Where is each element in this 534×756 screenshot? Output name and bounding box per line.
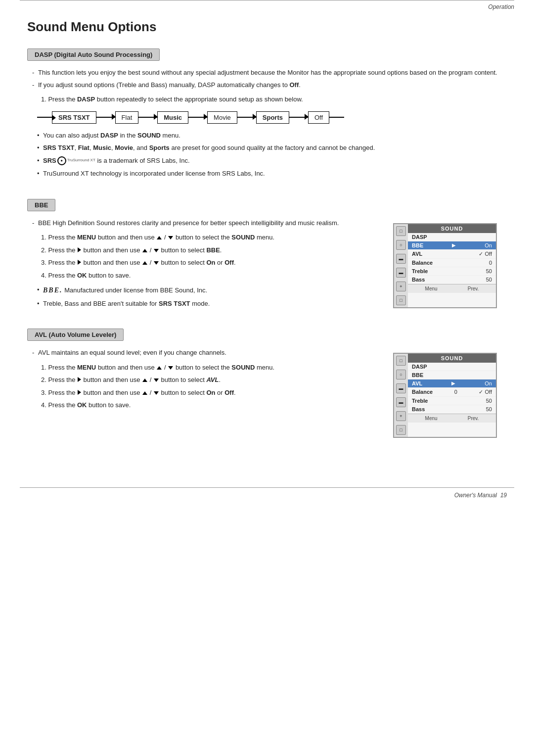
bbe-menu-row-treble: Treble 50 <box>408 267 496 276</box>
avl-menu-row-balance: Balance 0 ✓ Off <box>408 388 496 397</box>
footer-manual-label: Owner's Manual <box>454 492 497 499</box>
flow-connector-5 <box>289 117 308 118</box>
bbe-step-1: 1. Press the MENU button and then use / … <box>32 233 378 242</box>
triangle-right-icon <box>78 247 81 252</box>
bbe-steps: 1. Press the MENU button and then use / … <box>27 233 378 280</box>
page-title: Sound Menu Options <box>27 19 507 35</box>
avl-footer-menu: Menu <box>425 416 438 421</box>
bbe-menu-row-bbe: BBE ▶ On <box>408 241 496 250</box>
bbe-menu-label-bbe: BBE <box>412 242 423 248</box>
bbe-menu-label-avl: AVL <box>412 251 422 257</box>
avl-menu-value-off: ✓ Off <box>479 389 492 395</box>
dasp-step-1: 1. Press the DASP button repeatedly to s… <box>32 94 507 104</box>
tv-icon-4: ▬ <box>396 268 406 278</box>
bbe-menu-title: SOUND <box>408 224 496 233</box>
dasp-section-header: DASP (Digital Auto Sound Processing) <box>27 48 160 61</box>
bbe-menu-label-balance: Balance <box>412 260 433 266</box>
tv-icon-6: □ <box>396 295 406 305</box>
flow-connector-3 <box>188 117 207 118</box>
flow-box-off: Off <box>308 111 329 124</box>
triangle-up-icon <box>157 236 162 239</box>
avl-tri-up-2 <box>142 378 147 382</box>
avl-menu-label-avl: AVL <box>412 380 422 386</box>
avl-menu-title: SOUND <box>408 354 496 363</box>
bbe-tv-menu-inner: □ ○ ▬ ▬ + □ SOUND DASP <box>394 224 496 307</box>
bbe-menu-label-dasp: DASP <box>412 234 427 240</box>
triangle-down-icon-2 <box>154 249 159 252</box>
dasp-dot-4: TruSurround XT technology is incorporate… <box>37 169 507 179</box>
triangle-right-icon-2 <box>78 260 81 265</box>
bbe-menu-footer: Menu Prev. <box>408 284 496 293</box>
srs-trademark: SRS●TruSurround XT <box>43 156 95 166</box>
flow-box-flat: Flat <box>115 111 139 124</box>
dasp-flow: SRS TSXT Flat Music Movie Sports Off <box>37 111 507 124</box>
dasp-steps: 1. Press the DASP button repeatedly to s… <box>27 94 507 104</box>
avl-tv-icon-6: □ <box>396 425 406 435</box>
avl-menu-label-balance: Balance <box>412 389 433 395</box>
avl-menu-label-bbe: BBE <box>412 372 423 378</box>
bbe-dash-1: BBE High Definition Sound restores clari… <box>32 218 378 228</box>
bbe-dash-bullets: BBE High Definition Sound restores clari… <box>27 218 378 228</box>
dasp-bullets: This function lets you enjoy the best so… <box>27 68 507 90</box>
dasp-dot-1: You can also adjust DASP in the SOUND me… <box>37 131 507 141</box>
bbe-menu-value-balance: 0 <box>489 260 492 266</box>
avl-menu-footer: Menu Prev. <box>408 414 496 423</box>
divider-2 <box>27 314 507 329</box>
avl-tv-icon-3: ▬ <box>396 383 406 393</box>
dasp-dot-bullets: You can also adjust DASP in the SOUND me… <box>27 131 507 179</box>
avl-menu-label-treble: Treble <box>412 398 428 404</box>
bbe-tv-menu-content: SOUND DASP BBE ▶ On AVL <box>408 224 496 307</box>
avl-dash-1: AVL maintains an equal sound level; even… <box>32 348 378 358</box>
bbe-menu-row-dasp: DASP <box>408 233 496 241</box>
bbe-menu-row-avl: AVL ✓ Off <box>408 250 496 259</box>
avl-step-1: 1. Press the MENU button and then use / … <box>32 363 378 373</box>
avl-tv-icon-2: ○ <box>396 370 406 379</box>
avl-tv-menu-inner: □ ○ ▬ ▬ + □ SOUND DASP <box>394 354 496 437</box>
avl-step-2: 2. Press the button and then use / butto… <box>32 375 378 385</box>
flow-connector-1 <box>96 117 115 118</box>
bbe-left-col: BBE High Definition Sound restores clari… <box>27 218 378 314</box>
avl-section-content: AVL maintains an equal sound level; even… <box>27 348 507 438</box>
bbe-dot-bullets: BBE. Manufactured under license from BBE… <box>27 285 378 309</box>
bbe-menu-value-bbe: On <box>485 242 492 248</box>
avl-tv-menu: □ ○ ▬ ▬ + □ SOUND DASP <box>393 353 497 438</box>
bbe-menu-arrow: ▶ <box>452 242 456 248</box>
triangle-up-icon-2 <box>142 249 147 252</box>
avl-menu-label-dasp: DASP <box>412 364 427 370</box>
avl-left-col: AVL maintains an equal sound level; even… <box>27 348 378 438</box>
tv-icon-5: + <box>396 282 406 291</box>
flow-connector-2 <box>138 117 157 118</box>
bbe-menu-value-bass: 50 <box>486 277 492 283</box>
triangle-up-icon-3 <box>142 261 147 265</box>
avl-step-3: 3. Press the button and then use / butto… <box>32 388 378 398</box>
avl-menu-label-bass: Bass <box>412 406 425 412</box>
avl-tv-icon-1: □ <box>396 356 406 366</box>
avl-tri-down-2 <box>154 378 159 382</box>
bbe-menu-row-bass: Bass 50 <box>408 276 496 284</box>
triangle-down-icon <box>168 236 173 239</box>
bbe-dot-2: Treble, Bass and BBE aren't suitable for… <box>37 299 378 309</box>
flow-box-sports: Sports <box>256 111 289 124</box>
avl-tv-icon-4: ▬ <box>396 397 406 407</box>
avl-step-4: 4. Press the OK button to save. <box>32 400 378 410</box>
avl-section-header: AVL (Auto Volume Leveler) <box>27 329 124 341</box>
avl-menu-value-balance: 0 <box>454 389 457 395</box>
avl-menu-row-bass: Bass 50 <box>408 405 496 414</box>
avl-menu-row-dasp: DASP <box>408 363 496 371</box>
dasp-bullet-1: This function lets you enjoy the best so… <box>32 68 507 78</box>
avl-menu-value-avl: On <box>485 380 492 386</box>
footer-page: 19 <box>500 492 507 499</box>
bbe-section: BBE BBE High Definition Sound restores c… <box>27 199 507 314</box>
avl-menu-row-treble: Treble 50 <box>408 397 496 405</box>
bbe-tv-menu: □ ○ ▬ ▬ + □ SOUND DASP <box>393 223 497 308</box>
triangle-down-icon-3 <box>154 261 159 265</box>
avl-menu-value-bass: 50 <box>486 406 492 412</box>
avl-footer-prev: Prev. <box>468 416 479 421</box>
avl-tv-menu-content: SOUND DASP BBE AVL ▶ <box>408 354 496 437</box>
bbe-step-3: 3. Press the button and then use / butto… <box>32 258 378 268</box>
bbe-menu-label-bass: Bass <box>412 277 425 283</box>
avl-menu-arrow: ▶ <box>451 380 455 386</box>
divider-1 <box>27 184 507 199</box>
avl-section: AVL (Auto Volume Leveler) AVL maintains … <box>27 329 507 438</box>
srs-circle: ● <box>57 156 66 165</box>
